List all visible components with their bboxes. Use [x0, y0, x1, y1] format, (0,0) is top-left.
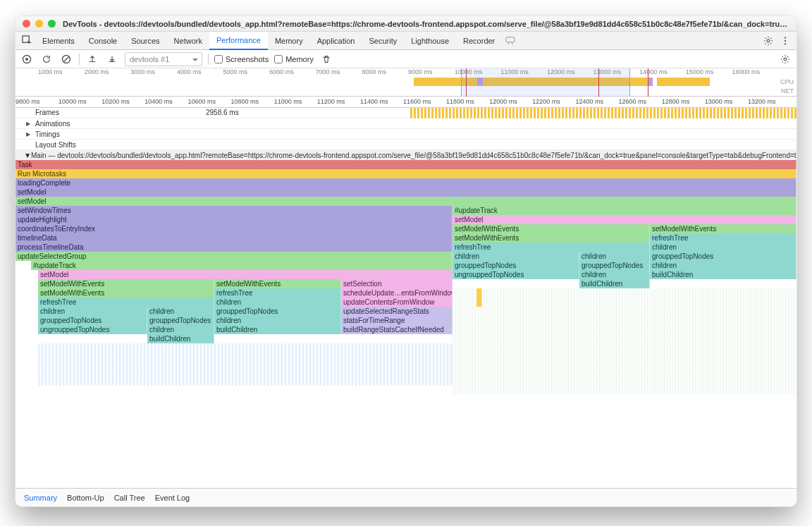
flame-entry[interactable]: children [214, 316, 341, 325]
flame-entry[interactable]: timelineData [16, 233, 453, 243]
flame-entry[interactable]: #updateTrack [31, 261, 453, 270]
tab-memory[interactable]: Memory [268, 32, 310, 50]
more-menu-icon[interactable] [777, 32, 794, 49]
flame-entry[interactable]: buildChildren [147, 334, 214, 343]
details-tab-bottom-up[interactable]: Bottom-Up [67, 494, 104, 502]
panel-settings-icon[interactable] [778, 52, 792, 66]
load-profile-button[interactable] [85, 52, 99, 66]
reload-record-button[interactable] [39, 52, 54, 66]
ruler-tick: 12800 ms [662, 98, 690, 105]
minimize-icon[interactable] [35, 20, 43, 27]
flame-entry[interactable]: ungrouppedTopNodes [38, 325, 147, 334]
flame-entry[interactable]: children [453, 252, 579, 261]
flame-entry[interactable]: children [579, 270, 650, 279]
timeline-ruler: 9800 ms10000 ms10200 ms10400 ms10600 ms1… [16, 97, 796, 108]
flame-entry[interactable]: loadingComplete [16, 178, 796, 188]
tab-lighthouse[interactable]: Lighthouse [404, 32, 456, 50]
flame-entry[interactable]: setSelection [341, 279, 453, 288]
tab-security[interactable]: Security [362, 32, 404, 50]
flame-entry[interactable]: buildRangeStatsCacheIfNeeded [341, 325, 453, 334]
flame-entry[interactable]: scheduleUpdate…entsFromWindow [341, 288, 453, 298]
flame-entry[interactable]: setModel [453, 215, 796, 224]
flame-entry[interactable]: setModelWithEvents [650, 224, 796, 233]
flame-entry[interactable]: setModel [16, 188, 796, 197]
screenshots-checkbox[interactable]: Screenshots [214, 55, 269, 63]
flame-task[interactable]: Task [16, 160, 796, 169]
flame-entry[interactable]: buildChildren [214, 325, 341, 334]
flame-entry[interactable]: setModelWithEvents [453, 233, 650, 243]
flame-entry[interactable]: children [147, 307, 214, 316]
flame-entry[interactable]: setModelWithEvents [38, 288, 214, 298]
flame-entry[interactable]: setModelWithEvents [38, 279, 214, 288]
flame-entry[interactable]: refreshTree [38, 298, 214, 307]
ruler-tick: 10800 ms [231, 98, 259, 105]
tab-performance[interactable]: Performance [209, 32, 268, 50]
flame-entry[interactable]: ungrouppedTopNodes [453, 270, 579, 279]
svg-line-9 [64, 56, 69, 61]
tab-network[interactable]: Network [167, 32, 209, 50]
flame-entry[interactable]: grouppedTopNodes [214, 307, 341, 316]
flame-entry[interactable]: children [650, 243, 796, 252]
profile-select[interactable]: devtools #1 [125, 52, 202, 66]
flame-entry[interactable]: grouppedTopNodes [147, 316, 214, 325]
details-tab-summary[interactable]: Summary [24, 494, 57, 502]
flame-entry[interactable]: children [214, 298, 341, 307]
overview-selection[interactable] [461, 68, 630, 96]
flame-entry[interactable]: setModelWithEvents [453, 224, 650, 233]
garbage-collect-button[interactable] [319, 52, 333, 66]
flame-entry[interactable]: children [147, 325, 214, 334]
flame-entry[interactable]: children [650, 261, 796, 270]
tab-sources[interactable]: Sources [124, 32, 166, 50]
timeline-overview[interactable]: 1000 ms2000 ms3000 ms4000 ms5000 ms6000 … [16, 68, 796, 97]
svg-rect-1 [506, 37, 515, 42]
layout-shifts-track[interactable]: Layout Shifts [16, 140, 796, 150]
flame-entry[interactable]: updateSelectedGroup [16, 252, 453, 261]
tab-application[interactable]: Application [310, 32, 362, 50]
record-button[interactable] [20, 52, 34, 66]
flame-entry[interactable]: refreshTree [214, 288, 341, 298]
flame-entry[interactable]: grouppedTopNodes [579, 261, 650, 270]
close-icon[interactable] [23, 20, 30, 27]
flame-chart[interactable]: Task Run Microtasks loadingComplete setM… [16, 160, 796, 488]
flame-entry[interactable]: updateContentsFromWindow [341, 298, 453, 307]
flame-entry[interactable]: children [579, 252, 650, 261]
flame-entry[interactable]: buildChildren [579, 279, 650, 288]
flame-entry[interactable]: #updateTrack [453, 206, 796, 215]
flame-entry[interactable]: grouppedTopNodes [38, 316, 147, 325]
flame-entry[interactable]: updateHighlight [16, 215, 453, 224]
flame-entry[interactable]: updateSelectedRangeStats [341, 307, 453, 316]
flame-entry[interactable]: Run Microtasks [16, 169, 796, 178]
flame-entry[interactable]: setModelWithEvents [214, 279, 341, 288]
flame-entry[interactable]: children [38, 307, 147, 316]
animations-track[interactable]: ▶Animations [16, 118, 796, 129]
tab-elements[interactable]: Elements [35, 32, 82, 50]
tab-recorder[interactable]: Recorder [456, 32, 502, 50]
flame-entry[interactable]: statsForTimeRange [341, 316, 453, 325]
disclosure-icon[interactable]: ▶ [26, 131, 30, 137]
flame-entry[interactable]: setModel [38, 270, 453, 279]
settings-gear-icon[interactable] [760, 32, 777, 49]
main-track-header[interactable]: ▶Main — devtools://devtools/bundled/devt… [16, 150, 796, 160]
flame-entry[interactable]: refreshTree [453, 243, 650, 252]
details-tab-event-log[interactable]: Event Log [155, 494, 190, 502]
disclosure-icon[interactable]: ▶ [26, 121, 30, 127]
flame-entry[interactable]: setWindowTimes [16, 206, 453, 215]
inspect-element-icon[interactable] [18, 32, 35, 49]
details-tab-call-tree[interactable]: Call Tree [114, 494, 145, 502]
save-profile-button[interactable] [105, 52, 119, 66]
tab-console[interactable]: Console [82, 32, 124, 50]
flame-entry[interactable] [476, 288, 482, 307]
disclosure-icon[interactable]: ▶ [25, 153, 31, 157]
flame-entry[interactable]: coordinatesToEntryIndex [16, 224, 453, 233]
maximize-icon[interactable] [48, 20, 56, 27]
memory-checkbox[interactable]: Memory [274, 55, 314, 63]
timings-track[interactable]: ▶Timings [16, 129, 796, 140]
frames-track[interactable]: Frames 2958.6 ms [16, 108, 796, 118]
flame-entry[interactable]: refreshTree [650, 233, 796, 243]
clear-button[interactable] [59, 52, 73, 66]
flame-entry[interactable]: processTimelineData [16, 243, 453, 252]
flame-entry[interactable]: buildChildren [650, 270, 796, 279]
flame-entry[interactable]: setModel [16, 197, 796, 206]
flame-entry[interactable]: grouppedTopNodes [650, 252, 796, 261]
flame-entry[interactable]: grouppedTopNodes [453, 261, 579, 270]
